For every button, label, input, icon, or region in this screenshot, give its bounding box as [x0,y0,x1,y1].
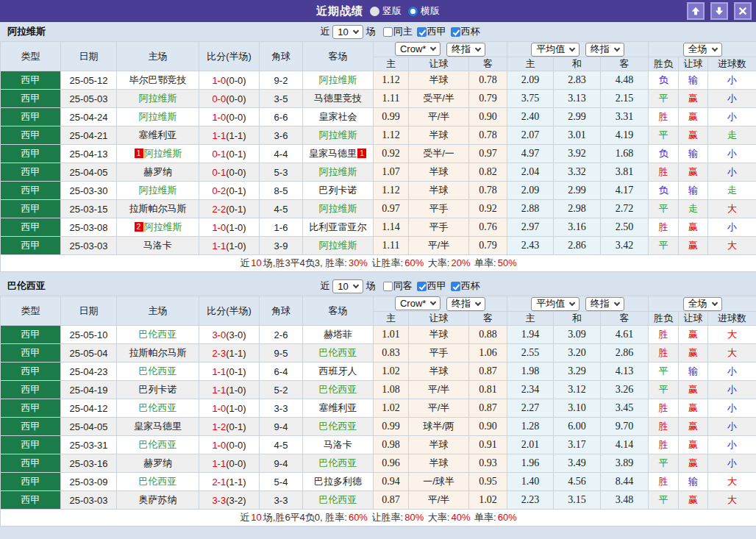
result-cell: 平 [649,454,679,473]
col-header-type: 类型 [1,42,61,71]
vertical-layout-radio[interactable]: 竖版 [370,4,402,18]
final-odds-select[interactable]: 终指 [446,297,485,311]
near-label: 近 [320,279,329,293]
average-odds-select[interactable]: 平均值 [531,43,580,57]
handicap-result-cell: 赢 [679,381,708,399]
final-odds-select-2[interactable]: 终指 [585,297,624,311]
result-cell: 胜 [649,326,679,344]
home-team-cell: 塞维利亚 [117,126,199,145]
bookmaker-select[interactable]: Crow* [395,42,441,56]
recent-count-select[interactable]: 10 [332,279,363,293]
away-team-cell: 阿拉维斯 [303,237,374,255]
avg-draw-odds-cell: 3.10 [554,399,601,418]
goals-result-cell: 大 [708,344,756,363]
home-team-cell: 巴伦西亚 [117,473,199,491]
bookmaker-select[interactable]: Crow* [395,296,441,310]
col-header-avg-away: 客 [601,57,649,71]
handicap-away-odds-cell: 0.91 [469,436,507,454]
handicap-result-cell: 赢 [679,126,708,145]
result-cell: 平 [649,126,679,145]
cup-checkbox[interactable] [451,27,460,37]
score-cell: 1-1(1-0) [199,381,260,399]
corner-cell: 5-2 [260,381,303,399]
avg-away-odds-cell: 3.89 [601,454,649,473]
league-type-cell: 西甲 [1,90,61,108]
recent-count-select[interactable]: 10 [332,25,363,39]
team-section: 阿拉维斯 近 10 场 同主西甲西杯 类型 日期 主场 比分(半场) 角球 [0,22,756,272]
result-cell: 胜 [649,344,679,363]
avg-draw-odds-cell: 3.17 [554,436,601,454]
home-team-name: 阿拉维斯 [144,148,182,159]
chevron-down-icon [475,300,481,306]
laliga-checkbox[interactable] [417,282,427,291]
col-header-corner: 角球 [260,296,303,326]
result-cell: 胜 [649,399,679,418]
home-team-name: 塞维利亚 [139,129,177,140]
avg-away-odds-cell: 4.13 [601,363,649,381]
home-team-name: 毕尔巴鄂竞技 [129,74,187,85]
average-odds-select[interactable]: 平均值 [531,297,580,311]
move-up-button[interactable] [687,2,705,20]
score-cell: 1-1(0-1) [199,363,260,381]
away-team-cell: 阿拉维斯 [303,126,374,145]
same-home-checkbox[interactable] [383,27,393,37]
handicap-home-odds-cell: 0.87 [374,491,409,510]
avg-away-odds-cell: 1.68 [601,145,649,163]
laliga-label: 西甲 [427,25,446,38]
col-header-goals: 进球数 [708,57,756,71]
league-type-cell: 西甲 [1,126,61,145]
avg-draw-odds-cell: 3.92 [554,145,601,163]
half-score: (0-1) [226,149,246,160]
team-name: 巴伦西亚 [7,279,46,293]
full-match-select[interactable]: 全场 [683,43,722,57]
final-score: 1-1 [212,458,226,469]
score-cell: 2-3(1-1) [199,344,260,363]
col-header-handicap-result: 让球 [679,312,708,326]
cup-checkbox[interactable] [451,282,460,291]
final-score: 2-3 [212,348,226,359]
avg-draw-odds-cell: 3.12 [554,381,601,399]
away-team-name: 阿拉维斯 [319,203,357,214]
section-summary: 近10场,胜3平4负3, 胜率:30% 让胜率:60% 大率:20% 单率:50… [1,255,756,272]
goals-result-cell: 大 [708,473,756,491]
league-type-cell: 西甲 [1,399,61,418]
final-odds-select-2[interactable]: 终指 [585,43,624,57]
final-score: 0-2 [212,185,226,196]
match-row: 西甲 25-03-08 2阿拉维斯 1-0(1-0) 1-6 比利亚雷亚尔 1.… [1,218,756,237]
away-team-cell: 西班牙人 [303,363,374,381]
score-cell: 1-1(1-0) [199,237,260,255]
handicap-result-cell: 赢 [679,344,708,363]
final-score: 1-0 [212,440,226,451]
avg-away-odds-cell: 8.44 [601,473,649,491]
corner-cell: 9-2 [260,71,303,90]
col-header-date: 日期 [61,296,117,326]
radio-unselected-icon [408,7,418,16]
chevron-down-icon [475,46,481,51]
date-cell: 25-03-09 [61,473,117,491]
laliga-checkbox[interactable] [417,27,427,37]
home-team-cell: 拉斯帕尔马斯 [117,200,199,218]
avg-draw-odds-cell: 3.13 [554,90,601,108]
rank-badge: 1 [135,149,143,158]
final-odds-select[interactable]: 终指 [446,43,485,57]
full-match-select[interactable]: 全场 [683,297,722,311]
final-score: 0-1 [212,149,226,160]
cup-label: 西杯 [461,279,480,293]
avg-draw-odds-cell: 3.29 [554,363,601,381]
handicap-away-odds-cell: 0.82 [469,163,507,182]
away-team-name: 西班牙人 [319,365,357,376]
handicap-result-cell: 输 [679,145,708,163]
match-row: 西甲 25-04-24 阿拉维斯 1-0(0-0) 6-6 皇家社会 0.99 … [1,108,756,126]
same-away-checkbox[interactable] [383,282,393,291]
date-cell: 25-03-16 [61,454,117,473]
horizontal-layout-radio[interactable]: 横版 [408,4,440,18]
move-down-button[interactable] [710,2,728,20]
avg-home-odds-cell: 2.43 [507,237,554,255]
result-group-header: 全场 [649,296,756,312]
result-cell: 负 [649,145,679,163]
final-score: 0-0 [212,93,226,104]
close-button[interactable] [734,2,752,20]
date-cell: 25-04-13 [61,145,117,163]
away-team-name: 赫塔菲 [324,329,352,340]
avg-home-odds-cell: 1.98 [507,363,554,381]
